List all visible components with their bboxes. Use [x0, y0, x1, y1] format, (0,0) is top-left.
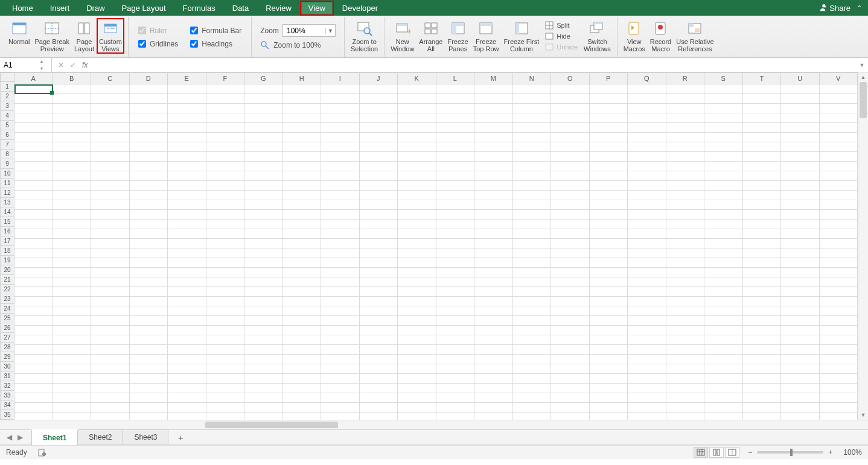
cell[interactable] — [820, 355, 858, 364]
cell[interactable] — [590, 268, 628, 277]
cell[interactable] — [168, 152, 206, 162]
menu-tab-developer[interactable]: Developer — [334, 1, 386, 16]
cell[interactable] — [820, 248, 858, 258]
cell[interactable] — [91, 84, 130, 94]
cell[interactable] — [130, 355, 168, 364]
cell[interactable] — [513, 229, 552, 239]
name-box-input[interactable] — [0, 58, 37, 72]
cell[interactable] — [743, 210, 782, 220]
cell[interactable] — [14, 84, 53, 94]
cell[interactable] — [628, 113, 666, 123]
cell[interactable] — [398, 104, 436, 113]
cell[interactable] — [743, 123, 782, 133]
cell[interactable] — [666, 239, 705, 248]
cell[interactable] — [590, 142, 628, 152]
hide-button[interactable]: Hide — [544, 31, 579, 41]
cell[interactable] — [436, 297, 475, 306]
cell[interactable] — [244, 200, 283, 210]
cell[interactable] — [168, 123, 206, 133]
cell[interactable] — [781, 355, 820, 364]
cell[interactable] — [781, 403, 820, 413]
cell[interactable] — [704, 355, 743, 364]
cell[interactable] — [513, 181, 552, 191]
cell[interactable] — [91, 220, 130, 229]
row-header[interactable]: 25 — [0, 314, 14, 323]
cell[interactable] — [53, 345, 92, 355]
cell[interactable] — [398, 113, 436, 123]
cell[interactable] — [244, 171, 283, 181]
cell[interactable] — [513, 142, 552, 152]
cell[interactable] — [513, 152, 552, 162]
cell[interactable] — [91, 335, 130, 345]
cell[interactable] — [820, 94, 858, 104]
cell[interactable] — [398, 133, 436, 142]
cell[interactable] — [474, 393, 513, 403]
cell[interactable] — [398, 258, 436, 268]
cell[interactable] — [436, 258, 475, 268]
cell[interactable] — [474, 220, 513, 229]
cell[interactable] — [820, 133, 858, 142]
cell[interactable] — [474, 162, 513, 171]
cell[interactable] — [283, 355, 322, 364]
cell[interactable] — [130, 229, 168, 239]
cell[interactable] — [53, 364, 92, 374]
cell[interactable] — [628, 306, 666, 316]
cell[interactable] — [513, 268, 552, 277]
cell[interactable] — [206, 258, 245, 268]
cell[interactable] — [781, 335, 820, 345]
cell[interactable] — [168, 258, 206, 268]
cell[interactable] — [14, 277, 53, 287]
cell[interactable] — [244, 191, 283, 200]
cell[interactable] — [130, 210, 168, 220]
cell[interactable] — [474, 200, 513, 210]
cell[interactable] — [130, 133, 168, 142]
cell[interactable] — [666, 393, 705, 403]
zoom-slider[interactable]: − + 100% — [748, 448, 862, 457]
cell[interactable] — [781, 229, 820, 239]
row-header[interactable]: 34 — [0, 400, 14, 410]
cell[interactable] — [283, 113, 322, 123]
cell[interactable] — [206, 268, 245, 277]
cell[interactable] — [590, 306, 628, 316]
cell[interactable] — [704, 258, 743, 268]
cell[interactable] — [628, 258, 666, 268]
cell[interactable] — [283, 364, 322, 374]
cell[interactable] — [130, 277, 168, 287]
cell[interactable] — [360, 239, 398, 248]
normal-view-button[interactable]: Normal — [6, 18, 32, 47]
column-header[interactable]: A — [14, 72, 53, 84]
cell[interactable] — [551, 104, 590, 113]
cell[interactable] — [130, 316, 168, 326]
cell[interactable] — [474, 239, 513, 248]
cell[interactable] — [321, 268, 360, 277]
cell[interactable] — [168, 162, 206, 171]
zoom-input[interactable] — [283, 25, 325, 36]
cell[interactable] — [743, 181, 782, 191]
cell[interactable] — [820, 220, 858, 229]
cell[interactable] — [283, 152, 322, 162]
cell[interactable] — [513, 133, 552, 142]
menu-tab-view[interactable]: View — [300, 1, 334, 16]
cell[interactable] — [628, 181, 666, 191]
cell[interactable] — [820, 297, 858, 306]
cell[interactable] — [590, 413, 628, 420]
cell[interactable] — [628, 104, 666, 113]
cell[interactable] — [436, 316, 475, 326]
cell[interactable] — [474, 364, 513, 374]
cell[interactable] — [590, 248, 628, 258]
cell[interactable] — [206, 104, 245, 113]
cell[interactable] — [360, 384, 398, 393]
cell[interactable] — [130, 191, 168, 200]
cell[interactable] — [513, 191, 552, 200]
cell[interactable] — [820, 374, 858, 384]
cell[interactable] — [14, 326, 53, 335]
cell[interactable] — [666, 287, 705, 297]
cell[interactable] — [590, 326, 628, 335]
cell[interactable] — [704, 104, 743, 113]
cell[interactable] — [628, 200, 666, 210]
cell[interactable] — [283, 316, 322, 326]
cell[interactable] — [206, 403, 245, 413]
cell[interactable] — [781, 200, 820, 210]
cell[interactable] — [398, 374, 436, 384]
cell[interactable] — [130, 171, 168, 181]
